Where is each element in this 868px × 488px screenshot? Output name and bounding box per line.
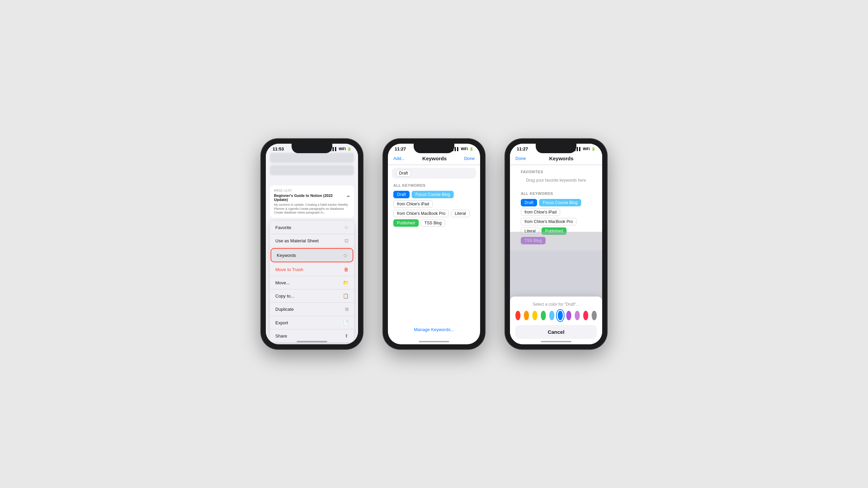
phone-3: 11:27 ▌▌▌ WiFi 🔋 Done Keywords FAVORITES… bbox=[505, 139, 607, 349]
phone-2: 11:27 ▌▌▌ WiFi 🔋 Add... Keywords Done Dr… bbox=[383, 139, 485, 349]
tag-ipad-2[interactable]: from Chloe's iPad bbox=[393, 200, 433, 208]
color-teal[interactable] bbox=[549, 311, 554, 320]
nav-bar-2: Add... Keywords Done bbox=[388, 153, 480, 165]
wifi-icon: WiFi bbox=[339, 147, 346, 151]
tag-draft-2[interactable]: Draft bbox=[393, 191, 410, 198]
status-icons-1: ▌▌▌ WiFi 🔋 bbox=[330, 147, 351, 151]
menu-label-material: Use as Material Sheet bbox=[275, 238, 319, 243]
nav-title-2: Keywords bbox=[422, 156, 447, 161]
phone-1: 11:53 ▌▌▌ WiFi 🔋 6/9/22, 11:57 Beginner'… bbox=[261, 139, 363, 349]
favorites-section: FAVORITES Drag your favorite keywords he… bbox=[510, 165, 602, 187]
color-picker-sheet: Select a color for "Draft"... Cancel bbox=[510, 297, 602, 344]
share-icon: ⬆ bbox=[344, 333, 349, 339]
phone3-content: 11:27 ▌▌▌ WiFi 🔋 Done Keywords FAVORITES… bbox=[510, 144, 602, 344]
color-pink[interactable] bbox=[583, 311, 588, 320]
duplicate-icon: ⧉ bbox=[345, 306, 349, 312]
tag-focus-3[interactable]: Focus Course Blog bbox=[539, 199, 581, 206]
menu-item-copy[interactable]: Copy to... 📋 bbox=[270, 289, 354, 303]
done-button-3[interactable]: Done bbox=[515, 156, 526, 161]
status-icons-2: ▌▌▌ WiFi 🔋 bbox=[452, 147, 473, 151]
tag-tss-2[interactable]: TSS Blog bbox=[421, 219, 446, 227]
menu-item-material-sheet[interactable]: Use as Material Sheet ⊡ bbox=[270, 234, 354, 247]
color-lavender[interactable] bbox=[575, 311, 580, 320]
phone-1-screen: 11:53 ▌▌▌ WiFi 🔋 6/9/22, 11:57 Beginner'… bbox=[266, 144, 358, 344]
nav-title-3: Keywords bbox=[549, 156, 574, 161]
color-red[interactable] bbox=[515, 311, 520, 320]
notch-3 bbox=[536, 144, 576, 153]
phone-2-screen: 11:27 ▌▌▌ WiFi 🔋 Add... Keywords Done Dr… bbox=[388, 144, 480, 344]
phone2-content: 11:27 ▌▌▌ WiFi 🔋 Add... Keywords Done Dr… bbox=[388, 144, 480, 344]
battery-icon-3: 🔋 bbox=[591, 147, 595, 151]
phone-3-screen: 11:27 ▌▌▌ WiFi 🔋 Done Keywords FAVORITES… bbox=[510, 144, 602, 344]
menu-label-trash: Move to Trash bbox=[275, 267, 303, 272]
menu-label-keywords: Keywords bbox=[277, 253, 296, 258]
wifi-icon-2: WiFi bbox=[461, 147, 468, 151]
tag-focus-2[interactable]: Focus Course Blog bbox=[412, 191, 454, 198]
battery-icon: 🔋 bbox=[347, 147, 351, 151]
tag-published-2[interactable]: Published bbox=[393, 219, 419, 227]
note-body: My sections to update: Creating a habit … bbox=[274, 203, 350, 215]
menu-label-duplicate: Duplicate bbox=[275, 307, 294, 312]
color-blue[interactable] bbox=[558, 311, 563, 320]
color-purple[interactable] bbox=[566, 311, 571, 320]
menu-item-favorite[interactable]: Favorite ☆ bbox=[270, 221, 354, 234]
note-date: 6/9/22, 11:57 bbox=[274, 189, 350, 192]
color-dots bbox=[515, 311, 597, 320]
export-icon: 📄 bbox=[343, 320, 349, 325]
icloud-icon: ☁ bbox=[346, 194, 350, 198]
context-menu: Favorite ☆ Use as Material Sheet ⊡ Keywo… bbox=[270, 221, 354, 342]
trash-icon: 🗑 bbox=[344, 267, 349, 272]
all-keywords-header-2: ALL KEYWORDS bbox=[388, 181, 480, 189]
time-1: 11:53 bbox=[273, 146, 284, 151]
notch-2 bbox=[414, 144, 454, 153]
menu-label-favorite: Favorite bbox=[275, 225, 291, 230]
menu-label-move: Move... bbox=[275, 280, 290, 285]
favorite-icon: ☆ bbox=[344, 225, 349, 230]
status-icons-3: ▌▌▌ WiFi 🔋 bbox=[574, 147, 595, 151]
manage-keywords-label: Manage Keywords... bbox=[414, 327, 454, 332]
menu-item-share[interactable]: Share ⬆ bbox=[270, 329, 354, 342]
tag-macbook-3[interactable]: from Chloe's MacBook Pro bbox=[521, 218, 576, 225]
menu-item-keywords[interactable]: Keywords ◇ bbox=[271, 248, 353, 262]
wifi-icon-3: WiFi bbox=[583, 147, 590, 151]
home-indicator-2 bbox=[419, 341, 449, 342]
search-bar-2[interactable]: Draft bbox=[392, 168, 476, 179]
favorites-header: FAVORITES bbox=[515, 168, 597, 175]
menu-label-copy: Copy to... bbox=[275, 293, 294, 299]
tag-draft-3[interactable]: Draft bbox=[521, 199, 537, 206]
tag-literal-2[interactable]: Literal bbox=[451, 210, 470, 217]
battery-icon-2: 🔋 bbox=[469, 147, 473, 151]
menu-item-trash[interactable]: Move to Trash 🗑 bbox=[270, 263, 354, 276]
material-sheet-icon: ⊡ bbox=[344, 238, 349, 243]
add-button[interactable]: Add... bbox=[393, 156, 405, 161]
menu-item-move[interactable]: Move... 📁 bbox=[270, 276, 354, 289]
nav-bar-3: Done Keywords bbox=[510, 153, 602, 165]
color-green[interactable] bbox=[541, 311, 546, 320]
manage-keywords-btn[interactable]: Manage Keywords... bbox=[388, 323, 480, 336]
home-indicator-1 bbox=[297, 341, 327, 342]
notch-1 bbox=[292, 144, 332, 153]
time-3: 11:27 bbox=[517, 146, 528, 151]
color-gray[interactable] bbox=[592, 311, 597, 320]
move-icon: 📁 bbox=[343, 280, 349, 285]
color-picker-title: Select a color for "Draft"... bbox=[515, 302, 597, 307]
copy-icon: 📋 bbox=[343, 293, 349, 299]
menu-label-export: Export bbox=[275, 320, 288, 325]
menu-item-export[interactable]: Export 📄 bbox=[270, 316, 354, 329]
favorites-placeholder: Drag your favorite keywords here bbox=[515, 175, 597, 185]
tag-macbook-2[interactable]: from Chloe's MacBook Pro bbox=[393, 210, 449, 217]
home-indicator-3 bbox=[541, 341, 571, 342]
done-button-2[interactable]: Done bbox=[464, 156, 475, 161]
color-orange[interactable] bbox=[524, 311, 529, 320]
color-yellow[interactable] bbox=[532, 311, 537, 320]
time-2: 11:27 bbox=[395, 146, 406, 151]
selected-draft-tag: Draft bbox=[396, 170, 411, 177]
all-keywords-header-3: ALL KEYWORDS bbox=[515, 189, 597, 197]
menu-label-share: Share bbox=[275, 333, 287, 339]
tag-ipad-3[interactable]: from Chloe's iPad bbox=[521, 208, 560, 216]
keywords-grid-2: Draft Focus Course Blog from Chloe's iPa… bbox=[388, 189, 480, 229]
cancel-button[interactable]: Cancel bbox=[515, 325, 597, 339]
menu-item-duplicate[interactable]: Duplicate ⧉ bbox=[270, 303, 354, 316]
phone1-content: 11:53 ▌▌▌ WiFi 🔋 6/9/22, 11:57 Beginner'… bbox=[266, 144, 358, 344]
note-preview: 6/9/22, 11:57 Beginner's Guide to Notion… bbox=[270, 185, 354, 218]
